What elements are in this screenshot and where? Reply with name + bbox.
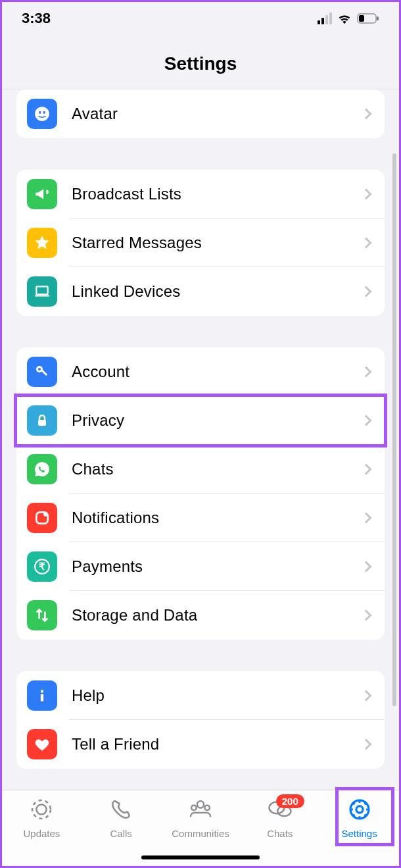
settings-row-avatar[interactable]: Avatar	[16, 89, 385, 138]
info-icon	[27, 680, 57, 711]
row-label: Broadcast Lists	[72, 185, 362, 203]
settings-icon	[346, 797, 373, 824]
svg-rect-6	[36, 286, 47, 294]
svg-rect-12	[38, 420, 46, 426]
page-header: Settings	[2, 35, 399, 89]
svg-point-9	[38, 368, 41, 370]
svg-rect-2	[377, 16, 379, 20]
row-label: Privacy	[72, 411, 362, 430]
chevron-right-icon	[361, 415, 372, 426]
settings-row-privacy[interactable]: Privacy	[16, 396, 385, 445]
svg-point-5	[43, 111, 45, 114]
settings-row-storage-and-data[interactable]: Storage and Data	[16, 591, 385, 640]
svg-point-21	[197, 801, 204, 807]
row-label: Payments	[72, 557, 362, 576]
tab-updates[interactable]: Updates	[5, 797, 78, 866]
svg-point-22	[191, 805, 197, 811]
calls-icon	[108, 797, 134, 824]
communities-icon	[187, 797, 214, 824]
notification-icon	[27, 503, 57, 533]
chevron-right-icon	[361, 561, 372, 573]
settings-scroll[interactable]: AvatarBroadcast ListsStarred MessagesLin…	[2, 89, 399, 790]
avatar-icon	[27, 99, 57, 129]
settings-section: AccountPrivacyChatsNotifications₹Payment…	[16, 347, 385, 640]
settings-row-account[interactable]: Account	[16, 347, 385, 396]
settings-row-payments[interactable]: ₹Payments	[16, 542, 385, 591]
chevron-right-icon	[361, 464, 372, 475]
svg-point-20	[37, 804, 47, 814]
tab-label: Settings	[341, 828, 377, 839]
chevron-right-icon	[361, 513, 372, 524]
settings-row-notifications[interactable]: Notifications	[16, 494, 385, 542]
cellular-signal-icon	[318, 13, 332, 24]
arrows-icon	[27, 600, 57, 630]
status-time: 3:38	[22, 10, 51, 27]
svg-point-17	[41, 690, 43, 692]
settings-section: Broadcast ListsStarred MessagesLinked De…	[16, 170, 385, 316]
settings-row-help[interactable]: Help	[16, 671, 385, 720]
settings-row-broadcast-lists[interactable]: Broadcast Lists	[16, 170, 385, 218]
home-indicator	[141, 855, 260, 859]
chevron-right-icon	[361, 286, 372, 297]
lock-icon	[27, 405, 57, 436]
settings-section: Avatar	[16, 89, 385, 138]
row-label: Linked Devices	[72, 282, 362, 301]
chevron-right-icon	[361, 189, 372, 200]
svg-point-4	[39, 111, 41, 114]
settings-row-linked-devices[interactable]: Linked Devices	[16, 267, 385, 316]
settings-section: HelpTell a Friend	[16, 671, 385, 769]
svg-rect-1	[359, 15, 364, 22]
svg-point-19	[32, 800, 51, 819]
key-icon	[27, 357, 57, 387]
whatsapp-icon	[27, 454, 57, 484]
row-label: Starred Messages	[72, 234, 362, 252]
status-bar: 3:38	[2, 2, 399, 35]
row-label: Storage and Data	[72, 606, 362, 625]
chevron-right-icon	[361, 109, 372, 120]
tab-settings[interactable]: Settings	[323, 797, 396, 866]
chevron-right-icon	[361, 690, 372, 702]
chevron-right-icon	[361, 238, 372, 249]
svg-point-14	[43, 512, 48, 517]
svg-rect-18	[41, 694, 43, 702]
tab-label: Chats	[267, 828, 293, 839]
row-label: Help	[72, 686, 362, 705]
chevron-right-icon	[361, 739, 372, 750]
tab-label: Calls	[110, 828, 132, 839]
settings-row-starred-messages[interactable]: Starred Messages	[16, 218, 385, 267]
page-title: Settings	[2, 53, 399, 74]
row-label: Chats	[72, 460, 362, 478]
svg-text:₹: ₹	[39, 561, 45, 572]
tab-label: Communities	[172, 828, 229, 839]
row-label: Account	[72, 363, 362, 381]
svg-point-3	[35, 107, 49, 121]
wifi-icon	[337, 13, 352, 24]
svg-rect-7	[35, 295, 49, 296]
updates-icon	[28, 797, 55, 824]
chevron-right-icon	[361, 367, 372, 378]
laptop-icon	[27, 276, 57, 307]
svg-point-23	[204, 805, 210, 811]
settings-row-chats[interactable]: Chats	[16, 445, 385, 494]
chevron-right-icon	[361, 610, 372, 621]
star-icon	[27, 228, 57, 258]
battery-icon	[357, 13, 379, 24]
status-indicators	[318, 13, 379, 24]
scrollbar[interactable]	[392, 153, 396, 706]
tab-label: Updates	[23, 828, 60, 839]
rupee-icon: ₹	[27, 551, 57, 582]
settings-row-tell-a-friend[interactable]: Tell a Friend	[16, 720, 385, 769]
heart-icon	[27, 729, 57, 759]
row-label: Notifications	[72, 509, 362, 527]
row-label: Tell a Friend	[72, 735, 362, 753]
tab-bar: UpdatesCallsCommunities200ChatsSettings	[2, 790, 399, 866]
megaphone-icon	[27, 179, 57, 209]
badge: 200	[276, 794, 304, 808]
svg-point-27	[356, 806, 363, 813]
row-label: Avatar	[72, 105, 362, 123]
